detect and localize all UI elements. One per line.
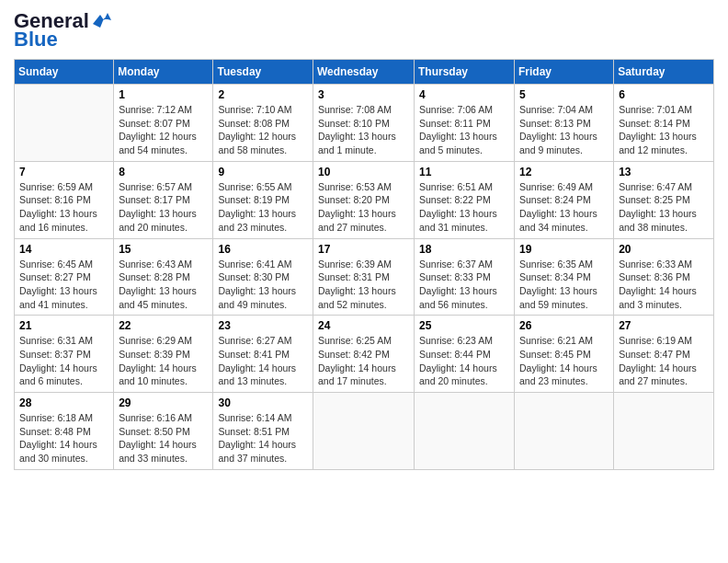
calendar-cell: 7Sunrise: 6:59 AMSunset: 8:16 PMDaylight… [15,161,114,238]
calendar-cell: 20Sunrise: 6:33 AMSunset: 8:36 PMDayligh… [614,238,714,316]
day-number: 18 [419,243,509,256]
day-number: 15 [119,243,208,256]
day-number: 7 [19,166,108,178]
day-number: 21 [19,319,108,332]
day-info: Sunrise: 6:14 AMSunset: 8:51 PMDaylight:… [218,411,308,465]
calendar-cell [15,85,114,162]
calendar-cell: 1Sunrise: 7:12 AMSunset: 8:07 PMDaylight… [114,85,213,162]
day-info: Sunrise: 6:45 AMSunset: 8:27 PMDaylight:… [19,258,108,312]
weekday-header-sunday: Sunday [15,60,114,85]
calendar-cell: 23Sunrise: 6:27 AMSunset: 8:41 PMDayligh… [213,316,313,393]
day-number: 22 [119,319,208,332]
calendar-cell: 19Sunrise: 6:35 AMSunset: 8:34 PMDayligh… [515,238,614,316]
weekday-header-monday: Monday [114,60,213,85]
day-number: 29 [119,396,208,409]
day-info: Sunrise: 6:55 AMSunset: 8:19 PMDaylight:… [218,180,308,235]
day-number: 26 [519,319,609,332]
day-number: 30 [218,396,308,409]
day-info: Sunrise: 6:16 AMSunset: 8:50 PMDaylight:… [119,411,208,465]
day-info: Sunrise: 7:01 AMSunset: 8:14 PMDaylight:… [619,103,709,157]
day-number: 28 [19,396,108,409]
day-number: 17 [318,243,409,256]
day-info: Sunrise: 6:49 AMSunset: 8:24 PMDaylight:… [519,180,609,235]
weekday-header-row: SundayMondayTuesdayWednesdayThursdayFrid… [15,60,714,85]
calendar-cell: 29Sunrise: 6:16 AMSunset: 8:50 PMDayligh… [114,393,213,470]
calendar-cell: 21Sunrise: 6:31 AMSunset: 8:37 PMDayligh… [15,316,114,393]
day-info: Sunrise: 6:59 AMSunset: 8:16 PMDaylight:… [19,180,108,235]
day-number: 6 [619,88,709,101]
day-info: Sunrise: 7:04 AMSunset: 8:13 PMDaylight:… [519,103,609,157]
calendar-cell: 30Sunrise: 6:14 AMSunset: 8:51 PMDayligh… [213,393,313,470]
calendar-table: SundayMondayTuesdayWednesdayThursdayFrid… [14,59,714,470]
day-info: Sunrise: 6:51 AMSunset: 8:22 PMDaylight:… [419,180,509,235]
calendar-cell: 17Sunrise: 6:39 AMSunset: 8:31 PMDayligh… [313,238,415,316]
calendar-cell: 5Sunrise: 7:04 AMSunset: 8:13 PMDaylight… [515,85,614,162]
calendar-cell [515,393,614,470]
day-info: Sunrise: 6:41 AMSunset: 8:30 PMDaylight:… [218,258,308,312]
weekday-header-saturday: Saturday [614,60,714,85]
calendar-cell: 12Sunrise: 6:49 AMSunset: 8:24 PMDayligh… [515,161,614,238]
day-number: 16 [218,243,308,256]
weekday-header-wednesday: Wednesday [313,60,415,85]
calendar-cell: 26Sunrise: 6:21 AMSunset: 8:45 PMDayligh… [515,316,614,393]
calendar-cell [614,393,714,470]
day-number: 19 [519,243,609,256]
day-info: Sunrise: 6:53 AMSunset: 8:20 PMDaylight:… [318,180,409,235]
day-number: 14 [19,243,108,256]
day-info: Sunrise: 6:39 AMSunset: 8:31 PMDaylight:… [318,258,409,312]
week-row-5: 28Sunrise: 6:18 AMSunset: 8:48 PMDayligh… [15,393,714,470]
weekday-header-friday: Friday [515,60,614,85]
calendar-cell: 24Sunrise: 6:25 AMSunset: 8:42 PMDayligh… [313,316,415,393]
day-info: Sunrise: 6:57 AMSunset: 8:17 PMDaylight:… [119,180,208,235]
svg-marker-0 [93,13,111,28]
calendar-cell: 4Sunrise: 7:06 AMSunset: 8:11 PMDaylight… [415,85,515,162]
calendar-cell: 9Sunrise: 6:55 AMSunset: 8:19 PMDaylight… [213,161,313,238]
day-info: Sunrise: 6:25 AMSunset: 8:42 PMDaylight:… [318,334,409,388]
calendar-cell: 11Sunrise: 6:51 AMSunset: 8:22 PMDayligh… [415,161,515,238]
calendar-cell: 8Sunrise: 6:57 AMSunset: 8:17 PMDaylight… [114,161,213,238]
day-info: Sunrise: 6:19 AMSunset: 8:47 PMDaylight:… [619,334,709,388]
calendar-cell: 14Sunrise: 6:45 AMSunset: 8:27 PMDayligh… [15,238,114,316]
week-row-2: 7Sunrise: 6:59 AMSunset: 8:16 PMDaylight… [15,161,714,238]
day-info: Sunrise: 6:37 AMSunset: 8:33 PMDaylight:… [419,258,509,312]
calendar-cell [313,393,415,470]
calendar-cell: 16Sunrise: 6:41 AMSunset: 8:30 PMDayligh… [213,238,313,316]
day-number: 11 [419,166,509,178]
day-number: 2 [218,88,308,101]
calendar-cell: 25Sunrise: 6:23 AMSunset: 8:44 PMDayligh… [415,316,515,393]
day-info: Sunrise: 7:06 AMSunset: 8:11 PMDaylight:… [419,103,509,157]
day-info: Sunrise: 7:12 AMSunset: 8:07 PMDaylight:… [119,103,208,157]
day-number: 5 [519,88,609,101]
calendar-cell: 27Sunrise: 6:19 AMSunset: 8:47 PMDayligh… [614,316,714,393]
day-number: 25 [419,319,509,332]
day-info: Sunrise: 6:29 AMSunset: 8:39 PMDaylight:… [119,334,208,388]
day-info: Sunrise: 6:33 AMSunset: 8:36 PMDaylight:… [619,258,709,312]
day-number: 4 [419,88,509,101]
day-number: 23 [218,319,308,332]
week-row-4: 21Sunrise: 6:31 AMSunset: 8:37 PMDayligh… [15,316,714,393]
calendar-cell [415,393,515,470]
day-info: Sunrise: 6:21 AMSunset: 8:45 PMDaylight:… [519,334,609,388]
day-info: Sunrise: 6:47 AMSunset: 8:25 PMDaylight:… [619,180,709,235]
calendar-cell: 10Sunrise: 6:53 AMSunset: 8:20 PMDayligh… [313,161,415,238]
day-number: 27 [619,319,709,332]
logo-blue: Blue [14,28,58,52]
week-row-1: 1Sunrise: 7:12 AMSunset: 8:07 PMDaylight… [15,85,714,162]
day-info: Sunrise: 6:27 AMSunset: 8:41 PMDaylight:… [218,334,308,388]
day-number: 8 [119,166,208,178]
day-number: 10 [318,166,409,178]
day-info: Sunrise: 7:10 AMSunset: 8:08 PMDaylight:… [218,103,308,157]
day-number: 12 [519,166,609,178]
weekday-header-tuesday: Tuesday [213,60,313,85]
day-number: 9 [218,166,308,178]
day-number: 20 [619,243,709,256]
day-info: Sunrise: 6:18 AMSunset: 8:48 PMDaylight:… [19,411,108,465]
calendar-cell: 13Sunrise: 6:47 AMSunset: 8:25 PMDayligh… [614,161,714,238]
day-number: 24 [318,319,409,332]
logo: General Blue [14,9,111,52]
day-info: Sunrise: 6:23 AMSunset: 8:44 PMDaylight:… [419,334,509,388]
calendar-cell: 18Sunrise: 6:37 AMSunset: 8:33 PMDayligh… [415,238,515,316]
calendar-cell: 22Sunrise: 6:29 AMSunset: 8:39 PMDayligh… [114,316,213,393]
weekday-header-thursday: Thursday [415,60,515,85]
day-number: 1 [119,88,208,101]
